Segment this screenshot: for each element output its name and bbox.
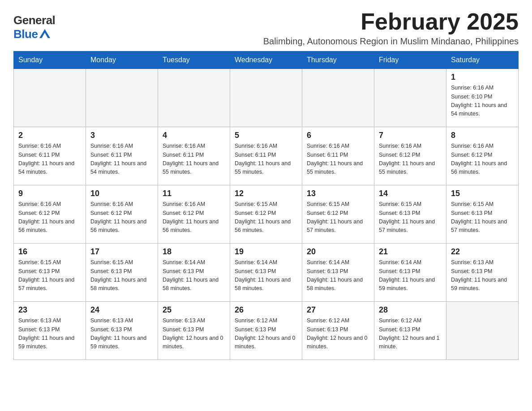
day-info: Sunrise: 6:12 AMSunset: 6:13 PMDaylight:… — [235, 317, 297, 351]
day-info: Sunrise: 6:14 AMSunset: 6:13 PMDaylight:… — [163, 258, 225, 293]
day-of-week-thursday: Thursday — [302, 51, 374, 69]
calendar-cell: 4Sunrise: 6:16 AMSunset: 6:11 PMDaylight… — [158, 127, 230, 185]
day-number: 14 — [379, 189, 442, 198]
calendar-cell: 13Sunrise: 6:15 AMSunset: 6:12 PMDayligh… — [302, 185, 374, 244]
day-of-week-tuesday: Tuesday — [158, 51, 230, 69]
calendar-cell: 23Sunrise: 6:13 AMSunset: 6:13 PMDayligh… — [14, 302, 86, 360]
day-of-week-wednesday: Wednesday — [230, 51, 302, 69]
day-info: Sunrise: 6:16 AMSunset: 6:11 PMDaylight:… — [90, 142, 153, 177]
week-row-2: 2Sunrise: 6:16 AMSunset: 6:11 PMDaylight… — [14, 127, 519, 185]
day-number: 19 — [235, 247, 297, 257]
title-area: February 2025 Balimbing, Autonomous Regi… — [263, 9, 519, 47]
calendar-body: 1Sunrise: 6:16 AMSunset: 6:10 PMDaylight… — [14, 69, 519, 360]
calendar-cell — [14, 69, 86, 127]
day-number: 2 — [18, 131, 81, 140]
day-info: Sunrise: 6:13 AMSunset: 6:13 PMDaylight:… — [90, 317, 153, 351]
day-number: 16 — [18, 247, 81, 257]
day-info: Sunrise: 6:15 AMSunset: 6:13 PMDaylight:… — [90, 258, 153, 293]
calendar-table: SundayMondayTuesdayWednesdayThursdayFrid… — [13, 51, 519, 360]
day-info: Sunrise: 6:16 AMSunset: 6:11 PMDaylight:… — [163, 142, 225, 177]
month-title: February 2025 — [263, 9, 519, 34]
subtitle: Balimbing, Autonomous Region in Muslim M… — [263, 36, 519, 47]
day-info: Sunrise: 6:16 AMSunset: 6:12 PMDaylight:… — [90, 200, 153, 235]
day-number: 7 — [379, 131, 442, 140]
days-of-week-row: SundayMondayTuesdayWednesdayThursdayFrid… — [14, 51, 519, 69]
calendar-cell: 2Sunrise: 6:16 AMSunset: 6:11 PMDaylight… — [14, 127, 86, 185]
day-info: Sunrise: 6:16 AMSunset: 6:10 PMDaylight:… — [451, 84, 514, 119]
calendar-cell — [158, 69, 230, 127]
week-row-5: 23Sunrise: 6:13 AMSunset: 6:13 PMDayligh… — [14, 302, 519, 360]
calendar-cell: 5Sunrise: 6:16 AMSunset: 6:11 PMDaylight… — [230, 127, 302, 185]
day-info: Sunrise: 6:14 AMSunset: 6:13 PMDaylight:… — [235, 258, 297, 293]
week-row-4: 16Sunrise: 6:15 AMSunset: 6:13 PMDayligh… — [14, 244, 519, 302]
day-info: Sunrise: 6:14 AMSunset: 6:13 PMDaylight:… — [379, 258, 442, 293]
calendar-cell — [302, 69, 374, 127]
calendar-cell: 19Sunrise: 6:14 AMSunset: 6:13 PMDayligh… — [230, 244, 302, 302]
day-number: 5 — [235, 131, 297, 140]
day-info: Sunrise: 6:12 AMSunset: 6:13 PMDaylight:… — [307, 317, 369, 351]
day-number: 8 — [451, 131, 514, 140]
day-info: Sunrise: 6:16 AMSunset: 6:12 PMDaylight:… — [379, 142, 442, 177]
calendar-cell: 1Sunrise: 6:16 AMSunset: 6:10 PMDaylight… — [446, 69, 519, 127]
day-number: 24 — [90, 305, 153, 315]
page-header: General Blue February 2025 Balimbing, Au… — [13, 9, 519, 47]
day-info: Sunrise: 6:16 AMSunset: 6:11 PMDaylight:… — [235, 142, 297, 177]
day-number: 4 — [163, 131, 225, 140]
calendar-cell: 24Sunrise: 6:13 AMSunset: 6:13 PMDayligh… — [86, 302, 158, 360]
day-info: Sunrise: 6:15 AMSunset: 6:13 PMDaylight:… — [18, 258, 81, 293]
calendar-cell — [446, 302, 519, 360]
calendar-header: SundayMondayTuesdayWednesdayThursdayFrid… — [14, 51, 519, 69]
day-number: 25 — [163, 305, 225, 315]
calendar-cell: 12Sunrise: 6:15 AMSunset: 6:12 PMDayligh… — [230, 185, 302, 244]
day-number: 26 — [235, 305, 297, 315]
calendar-cell: 20Sunrise: 6:14 AMSunset: 6:13 PMDayligh… — [302, 244, 374, 302]
day-number: 15 — [451, 189, 514, 198]
calendar-cell: 10Sunrise: 6:16 AMSunset: 6:12 PMDayligh… — [86, 185, 158, 244]
calendar-cell: 26Sunrise: 6:12 AMSunset: 6:13 PMDayligh… — [230, 302, 302, 360]
week-row-3: 9Sunrise: 6:16 AMSunset: 6:12 PMDaylight… — [14, 185, 519, 244]
day-number: 20 — [307, 247, 369, 257]
calendar-cell — [230, 69, 302, 127]
day-info: Sunrise: 6:13 AMSunset: 6:13 PMDaylight:… — [163, 317, 225, 351]
calendar-cell: 14Sunrise: 6:15 AMSunset: 6:13 PMDayligh… — [374, 185, 446, 244]
calendar-cell: 16Sunrise: 6:15 AMSunset: 6:13 PMDayligh… — [14, 244, 86, 302]
day-number: 10 — [90, 189, 153, 198]
day-number: 27 — [307, 305, 369, 315]
logo-general-text: General — [13, 13, 55, 27]
week-row-1: 1Sunrise: 6:16 AMSunset: 6:10 PMDaylight… — [14, 69, 519, 127]
day-number: 9 — [18, 189, 81, 198]
day-number: 11 — [163, 189, 225, 198]
calendar-cell: 17Sunrise: 6:15 AMSunset: 6:13 PMDayligh… — [86, 244, 158, 302]
calendar-cell: 8Sunrise: 6:16 AMSunset: 6:12 PMDaylight… — [446, 127, 519, 185]
calendar-cell — [86, 69, 158, 127]
day-number: 22 — [451, 247, 514, 257]
day-info: Sunrise: 6:13 AMSunset: 6:13 PMDaylight:… — [18, 317, 81, 351]
day-info: Sunrise: 6:16 AMSunset: 6:11 PMDaylight:… — [18, 142, 81, 177]
day-number: 21 — [379, 247, 442, 257]
day-info: Sunrise: 6:16 AMSunset: 6:12 PMDaylight:… — [18, 200, 81, 235]
day-number: 18 — [163, 247, 225, 257]
calendar-cell: 25Sunrise: 6:13 AMSunset: 6:13 PMDayligh… — [158, 302, 230, 360]
day-number: 1 — [451, 73, 514, 82]
day-number: 3 — [90, 131, 153, 140]
day-of-week-saturday: Saturday — [446, 51, 519, 69]
day-of-week-friday: Friday — [374, 51, 446, 69]
logo-triangle-icon — [39, 29, 50, 38]
day-number: 28 — [379, 305, 442, 315]
day-of-week-monday: Monday — [86, 51, 158, 69]
calendar-cell: 21Sunrise: 6:14 AMSunset: 6:13 PMDayligh… — [374, 244, 446, 302]
calendar-cell: 6Sunrise: 6:16 AMSunset: 6:11 PMDaylight… — [302, 127, 374, 185]
day-number: 23 — [18, 305, 81, 315]
logo: General Blue — [13, 13, 55, 41]
day-info: Sunrise: 6:14 AMSunset: 6:13 PMDaylight:… — [307, 258, 369, 293]
day-info: Sunrise: 6:15 AMSunset: 6:13 PMDaylight:… — [451, 200, 514, 235]
day-info: Sunrise: 6:16 AMSunset: 6:12 PMDaylight:… — [451, 142, 514, 177]
day-number: 13 — [307, 189, 369, 198]
calendar-cell — [374, 69, 446, 127]
day-info: Sunrise: 6:15 AMSunset: 6:12 PMDaylight:… — [235, 200, 297, 235]
calendar-cell: 3Sunrise: 6:16 AMSunset: 6:11 PMDaylight… — [86, 127, 158, 185]
calendar-cell: 28Sunrise: 6:12 AMSunset: 6:13 PMDayligh… — [374, 302, 446, 360]
calendar-cell: 27Sunrise: 6:12 AMSunset: 6:13 PMDayligh… — [302, 302, 374, 360]
day-info: Sunrise: 6:16 AMSunset: 6:11 PMDaylight:… — [307, 142, 369, 177]
calendar-cell: 11Sunrise: 6:16 AMSunset: 6:12 PMDayligh… — [158, 185, 230, 244]
